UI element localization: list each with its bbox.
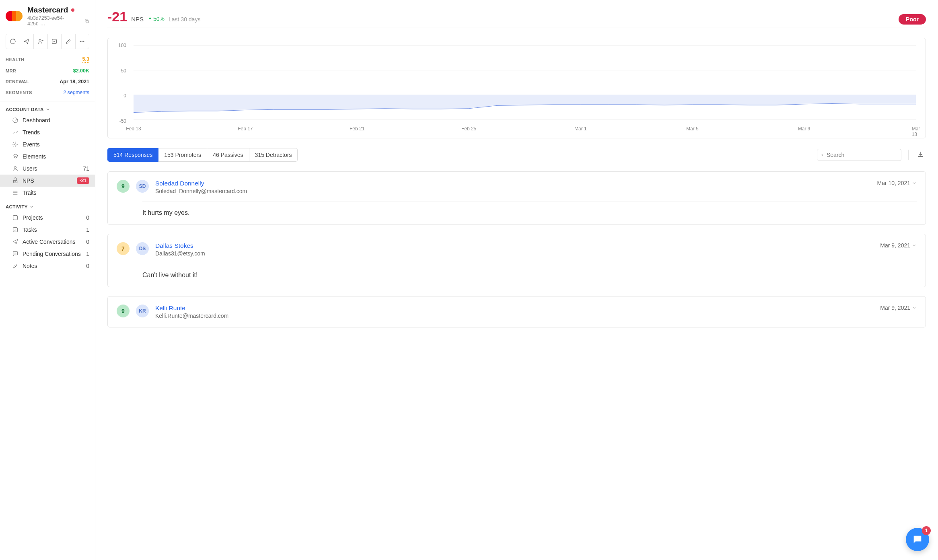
- metrics-block: HEALTH5.3 MRR$2.00K RENEWALApr 18, 2021 …: [0, 49, 95, 101]
- download-button[interactable]: [915, 149, 926, 161]
- x-tick: Mar 5: [686, 126, 699, 132]
- nav-icon: [12, 177, 19, 184]
- response-date[interactable]: Mar 10, 2021: [877, 180, 917, 186]
- filter--detractors[interactable]: 315 Detractors: [249, 148, 298, 162]
- svg-point-5: [82, 41, 82, 42]
- x-tick: Mar 9: [798, 126, 810, 132]
- nav-activity-notes[interactable]: Notes0: [0, 260, 95, 272]
- svg-point-4: [80, 41, 81, 42]
- response-user-name[interactable]: Dallas Stokes: [155, 242, 874, 249]
- nav-activity-pending-conversations[interactable]: Pending Conversations1: [0, 248, 95, 260]
- svg-rect-3: [52, 39, 57, 44]
- nav-account-nps[interactable]: NPS-21: [0, 175, 95, 187]
- y-tick: 50: [121, 68, 126, 74]
- arrow-up-icon: [148, 16, 152, 21]
- company-toolbar: [6, 34, 89, 49]
- response-user-name[interactable]: Soledad Donnelly: [155, 180, 871, 187]
- nav-icon: [12, 239, 19, 245]
- toolbar-more-button[interactable]: [76, 34, 89, 49]
- metric-health-label: HEALTH: [6, 57, 25, 62]
- toolbar-send-button[interactable]: [20, 34, 34, 49]
- nav-activity-tasks[interactable]: Tasks1: [0, 224, 95, 236]
- nav-icon: [12, 251, 19, 257]
- toolbar-health-button[interactable]: [6, 34, 20, 49]
- chat-fab[interactable]: 1: [906, 528, 929, 551]
- filter--responses[interactable]: 514 Responses: [107, 148, 158, 162]
- response-score: 9: [117, 305, 130, 317]
- filter--passives[interactable]: 46 Passives: [207, 148, 249, 162]
- company-id: 4b3d7253-ee54-425b-…: [27, 15, 82, 27]
- response-score: 7: [117, 242, 130, 255]
- avatar: SD: [136, 180, 149, 193]
- section-activity[interactable]: ACTIVITY: [0, 199, 95, 212]
- chart-x-axis: Feb 13Feb 17Feb 21Feb 25Mar 1Mar 5Mar 9M…: [134, 126, 916, 134]
- nav-label: Tasks: [23, 226, 82, 233]
- copy-icon[interactable]: [84, 19, 89, 24]
- filter--promoters[interactable]: 153 Promoters: [158, 148, 207, 162]
- response-user-email: Soledad_Donnelly@mastercard.com: [155, 188, 871, 194]
- section-account-data[interactable]: ACCOUNT DATA: [0, 101, 95, 114]
- kpi-period: Last 30 days: [169, 16, 200, 23]
- sidebar: Mastercard 4b3d7253-ee54-425b-… HEALTH5.…: [0, 0, 95, 560]
- x-tick: Feb 21: [350, 126, 364, 132]
- chevron-down-icon: [29, 204, 34, 209]
- svg-rect-11: [13, 216, 18, 220]
- nav-count: 0: [86, 263, 89, 269]
- nav-account-events[interactable]: Events: [0, 138, 95, 150]
- kpi-delta: 50%: [148, 16, 165, 22]
- nav-label: NPS: [23, 177, 73, 184]
- nav-activity-projects[interactable]: Projects0: [0, 212, 95, 224]
- response-list: 9SDSoledad DonnellySoledad_Donnelly@mast…: [107, 171, 926, 327]
- svg-point-6: [83, 41, 84, 42]
- chart-plot: [134, 45, 916, 124]
- nav-account-users[interactable]: Users71: [0, 163, 95, 175]
- toolbar-task-button[interactable]: [48, 34, 62, 49]
- nav-account-traits[interactable]: Traits: [0, 187, 95, 199]
- y-tick: 100: [118, 43, 126, 48]
- response-card: 9KRKelli RunteKelli.Runte@mastercard.com…: [107, 296, 926, 327]
- x-tick: Feb 13: [126, 126, 141, 132]
- nav-label: Notes: [23, 263, 82, 269]
- response-score: 9: [117, 180, 130, 193]
- x-tick: Feb 17: [238, 126, 253, 132]
- avatar: KR: [136, 305, 149, 317]
- nav-activity-active-conversations[interactable]: Active Conversations0: [0, 236, 95, 248]
- nav-label: Active Conversations: [23, 239, 82, 245]
- status-dot-icon: [71, 8, 74, 12]
- response-body: Can't live without it!: [142, 264, 917, 279]
- metric-segments-value[interactable]: 2 segments: [63, 90, 89, 95]
- chevron-down-icon: [912, 243, 917, 248]
- nav-count: 0: [86, 214, 89, 221]
- kpi-score: -21: [107, 9, 127, 25]
- kpi-delta-value: 50%: [153, 16, 165, 22]
- response-user-name[interactable]: Kelli Runte: [155, 305, 874, 312]
- response-user-email: Dallas31@etsy.com: [155, 250, 874, 257]
- chat-badge: 1: [922, 526, 931, 535]
- toolbar-note-button[interactable]: [62, 34, 76, 49]
- kpi-status-badge: Poor: [899, 14, 926, 25]
- nav-label: Dashboard: [23, 117, 89, 124]
- nav-account-dashboard[interactable]: Dashboard: [0, 114, 95, 126]
- company-header: Mastercard 4b3d7253-ee54-425b-…: [0, 0, 95, 31]
- nav-account-trends[interactable]: Trends: [0, 126, 95, 138]
- y-tick: -50: [119, 118, 126, 124]
- main-content: -21 NPS 50% Last 30 days Poor 100500-50 …: [95, 0, 938, 560]
- nav-badge: -21: [77, 177, 89, 184]
- toolbar-adduser-button[interactable]: [34, 34, 48, 49]
- company-name: Mastercard: [27, 6, 68, 14]
- section-activity-label: ACTIVITY: [6, 204, 28, 209]
- nav-icon: [12, 226, 19, 233]
- search-wrap[interactable]: [817, 149, 901, 161]
- metric-health-value[interactable]: 5.3: [82, 56, 89, 63]
- metric-renewal-value: Apr 18, 2021: [60, 79, 89, 84]
- metric-segments-label: SEGMENTS: [6, 90, 32, 95]
- response-date[interactable]: Mar 9, 2021: [880, 242, 917, 249]
- nav-account-elements[interactable]: Elements: [0, 150, 95, 163]
- chart-svg: [134, 45, 916, 124]
- search-input[interactable]: [827, 152, 897, 158]
- svg-point-8: [14, 144, 16, 145]
- nps-chart-card: 100500-50 Feb 13Feb 17Feb 21Feb 25Mar 1M…: [107, 38, 926, 138]
- response-date[interactable]: Mar 9, 2021: [880, 305, 917, 311]
- svg-point-2: [39, 39, 41, 41]
- response-card: 9SDSoledad DonnellySoledad_Donnelly@mast…: [107, 171, 926, 225]
